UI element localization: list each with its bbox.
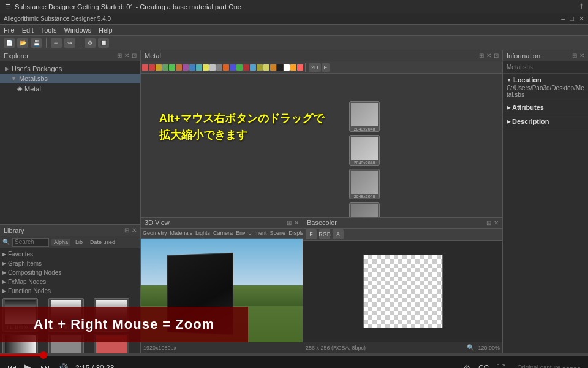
- tree-item-metalabs[interactable]: ▼ Metal.sbs: [0, 74, 140, 83]
- swatch-21[interactable]: [284, 64, 290, 71]
- tab-camera[interactable]: Camera: [213, 230, 233, 236]
- menu-file[interactable]: File: [4, 26, 15, 34]
- play-button[interactable]: ▶: [24, 361, 33, 369]
- tab-lights[interactable]: Lights: [195, 230, 210, 236]
- swatch-9[interactable]: [203, 64, 209, 71]
- explorer-icon2[interactable]: ✕: [124, 52, 129, 59]
- node-1[interactable]: 2048x2048: [349, 135, 380, 166]
- settings-button[interactable]: ⚙: [463, 363, 471, 369]
- tab-display[interactable]: Display: [288, 230, 303, 236]
- share-icon[interactable]: ⤴: [579, 2, 583, 11]
- swatch-3[interactable]: [162, 64, 168, 71]
- info-icon2[interactable]: ✕: [579, 52, 584, 59]
- tree-item-metal[interactable]: ◈ Metal: [0, 83, 140, 94]
- swatch-0[interactable]: [142, 64, 148, 71]
- swatch-11[interactable]: [216, 64, 222, 71]
- lib-tab-alpha[interactable]: Alpha: [51, 239, 70, 246]
- swatch-15[interactable]: [243, 64, 249, 71]
- title-bar-right: ⤴: [579, 2, 583, 11]
- info-location-title[interactable]: ▼ Location: [507, 76, 584, 83]
- close-button[interactable]: ✕: [579, 15, 584, 23]
- library-graph-items[interactable]: ▶ Graph Items: [0, 259, 140, 268]
- swatch-12[interactable]: [223, 64, 229, 71]
- toolbar-redo[interactable]: ↪: [64, 38, 75, 48]
- lib-tab-lib[interactable]: Lib: [73, 239, 85, 246]
- swatch-16[interactable]: [250, 64, 256, 71]
- tree-item-packages[interactable]: ▶ User's Packages: [0, 64, 140, 74]
- view3d-icon2[interactable]: ✕: [294, 220, 299, 226]
- basecolor-content[interactable]: [303, 241, 502, 342]
- basecolor-zoom-icon[interactable]: 🔍: [467, 344, 474, 351]
- toolbar-btn3[interactable]: ⚙: [85, 38, 96, 48]
- library-icon2[interactable]: ✕: [132, 227, 137, 234]
- toolbar-new[interactable]: 📄: [4, 38, 15, 48]
- basecolor-icon1[interactable]: ⊞: [486, 220, 491, 226]
- minimize-button[interactable]: –: [561, 15, 565, 23]
- library-search-input[interactable]: [12, 238, 49, 247]
- swatch-8[interactable]: [196, 64, 202, 71]
- graph-icon2[interactable]: ✕: [486, 52, 491, 59]
- volume-button[interactable]: 🔊: [58, 363, 68, 369]
- menu-edit[interactable]: Edit: [22, 26, 34, 34]
- library-favorites[interactable]: ▶ Favorites: [0, 250, 140, 259]
- next-button[interactable]: ⏭: [40, 362, 50, 369]
- node-2[interactable]: 2048x2048: [349, 169, 380, 199]
- view3d-icon1[interactable]: ⊞: [287, 220, 292, 226]
- basecolor-fit-btn[interactable]: F: [306, 229, 317, 239]
- fullscreen-button[interactable]: ⛶: [496, 363, 505, 369]
- swatch-22[interactable]: [290, 64, 296, 71]
- tab-geometry[interactable]: Geometry: [143, 230, 167, 236]
- graph-canvas[interactable]: Alt+マウス右ボタンのドラッグで 拡大縮小できます 2048x2048 204…: [141, 74, 502, 217]
- swatch-2[interactable]: [156, 64, 162, 71]
- cc-button[interactable]: CC: [478, 364, 489, 369]
- swatch-23[interactable]: [297, 64, 303, 71]
- swatch-5[interactable]: [176, 64, 182, 71]
- swatch-10[interactable]: [209, 64, 216, 71]
- info-attributes-title[interactable]: ▶ Attributes: [507, 104, 584, 111]
- swatch-1[interactable]: [149, 64, 155, 71]
- graph-icon1[interactable]: ⊞: [479, 52, 484, 59]
- swatch-13[interactable]: [230, 64, 236, 71]
- swatch-19[interactable]: [270, 64, 276, 71]
- prev-button[interactable]: ⏮: [7, 362, 17, 369]
- toolbar-btn4[interactable]: 🔲: [98, 38, 109, 48]
- swatch-17[interactable]: [257, 64, 263, 71]
- basecolor-alpha-btn[interactable]: A: [333, 229, 344, 239]
- basecolor-icon2[interactable]: ✕: [494, 220, 499, 226]
- swatch-14[interactable]: [236, 64, 243, 71]
- graph-btn-2d[interactable]: 2D: [309, 63, 321, 72]
- info-description-title[interactable]: ▶ Description: [507, 118, 584, 125]
- explorer-icon3[interactable]: ⊡: [132, 52, 137, 59]
- toolbar-save[interactable]: 💾: [31, 38, 42, 48]
- menu-windows[interactable]: Windows: [64, 26, 91, 34]
- library-header: Library ⊞ ✕: [0, 225, 140, 236]
- library-compositing[interactable]: ▶ Compositing Nodes: [0, 268, 140, 277]
- node-0[interactable]: 2048x2048: [349, 101, 380, 132]
- swatch-4[interactable]: [169, 64, 175, 71]
- basecolor-rgb-btn[interactable]: RGB: [319, 229, 330, 239]
- node-3[interactable]: 2048x2048: [349, 202, 380, 217]
- info-icon1[interactable]: ⊞: [572, 52, 577, 59]
- graph-btn-fit[interactable]: F: [322, 63, 330, 72]
- toolbar-open[interactable]: 📂: [17, 38, 28, 48]
- progress-bar[interactable]: [0, 354, 588, 356]
- app-menu-icon[interactable]: ☰: [5, 3, 11, 11]
- tab-environment[interactable]: Environment: [236, 230, 267, 236]
- tab-materials[interactable]: Materials: [170, 230, 193, 236]
- library-fxmap[interactable]: ▶ FxMap Nodes: [0, 277, 140, 286]
- library-icon1[interactable]: ⊞: [124, 227, 129, 234]
- tab-scene[interactable]: Scene: [270, 230, 286, 236]
- view-3d-bottom: 1920x1080px: [141, 342, 303, 353]
- swatch-20[interactable]: [277, 64, 283, 71]
- menu-help[interactable]: Help: [99, 26, 113, 34]
- graph-icon3[interactable]: ⊡: [494, 52, 499, 59]
- explorer-icon1[interactable]: ⊞: [117, 52, 122, 59]
- swatch-6[interactable]: [183, 64, 189, 71]
- library-function-nodes[interactable]: ▶ Function Nodes: [0, 286, 140, 296]
- swatch-18[interactable]: [263, 64, 270, 71]
- swatch-7[interactable]: [189, 64, 195, 71]
- toolbar-undo[interactable]: ↩: [51, 38, 62, 48]
- maximize-button[interactable]: □: [570, 15, 574, 23]
- lib-tab-date[interactable]: Date used: [88, 239, 118, 246]
- menu-tools[interactable]: Tools: [41, 26, 57, 34]
